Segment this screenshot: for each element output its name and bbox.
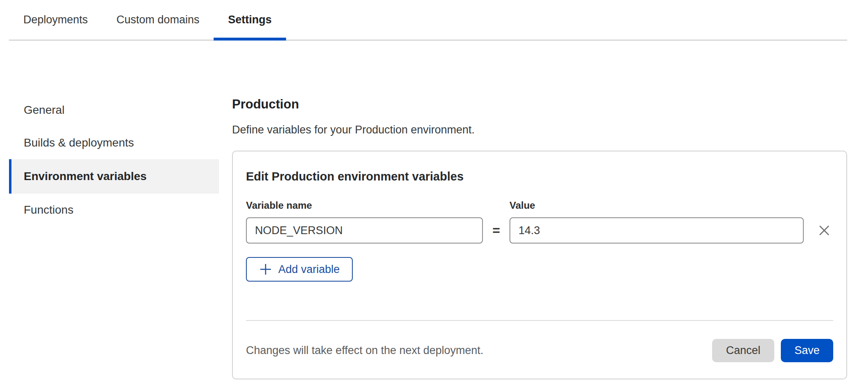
card-title: Edit Production environment variables [246,169,833,184]
variable-value-input[interactable] [510,217,804,244]
equals-sign: = [483,223,510,238]
add-variable-label: Add variable [278,263,340,276]
tab-deployments[interactable]: Deployments [9,0,102,40]
section-description: Define variables for your Production env… [232,123,847,136]
close-icon [816,222,832,239]
variable-name-input[interactable] [246,217,483,244]
variable-row: = [246,217,833,244]
plus-icon [259,263,272,276]
active-tab-underline [214,38,286,41]
save-button[interactable]: Save [781,339,833,362]
tab-deployments-label: Deployments [23,14,88,26]
add-variable-button[interactable]: Add variable [246,257,353,282]
variable-name-label: Variable name [246,199,510,212]
tab-settings[interactable]: Settings [214,0,286,40]
environment-variables-card: Edit Production environment variables Va… [232,151,847,379]
sidebar-item-builds-deployments[interactable]: Builds & deployments [9,126,219,159]
cancel-button[interactable]: Cancel [712,339,774,362]
section-title: Production [232,97,847,112]
main-content: Production Define variables for your Pro… [232,97,847,379]
remove-variable-button[interactable] [815,221,833,239]
tab-bar: Deployments Custom domains Settings [9,0,847,41]
sidebar-item-general[interactable]: General [9,94,219,126]
tab-settings-label: Settings [228,14,272,26]
card-footer: Changes will take effect on the next dep… [246,339,833,362]
field-labels-row: Variable name Value [246,199,833,212]
settings-sidebar: General Builds & deployments Environment… [9,94,219,226]
footer-note: Changes will take effect on the next dep… [246,344,483,357]
sidebar-item-builds-deployments-label: Builds & deployments [24,136,134,149]
sidebar-item-functions[interactable]: Functions [9,194,219,226]
value-label: Value [510,199,535,212]
card-divider [246,320,833,321]
tab-custom-domains[interactable]: Custom domains [102,0,214,40]
sidebar-item-functions-label: Functions [24,203,73,217]
footer-actions: Cancel Save [712,339,833,362]
sidebar-item-environment-variables-label: Environment variables [24,170,147,183]
sidebar-item-general-label: General [24,104,65,117]
sidebar-item-environment-variables[interactable]: Environment variables [9,159,219,194]
tab-custom-domains-label: Custom domains [117,14,200,26]
